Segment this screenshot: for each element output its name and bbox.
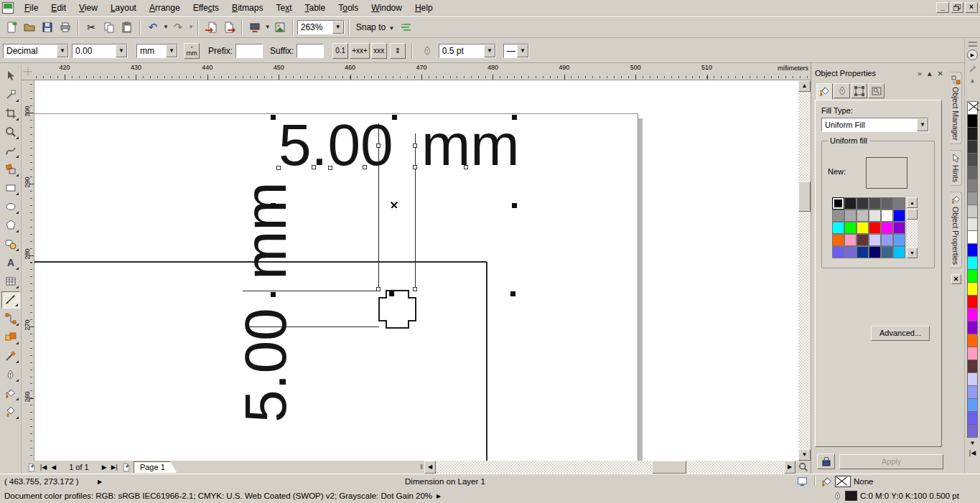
outline-width-dropdown-icon[interactable]: ▼ (484, 44, 495, 57)
ruler-origin-icon[interactable] (22, 63, 34, 80)
grid-scroll-thumb[interactable] (907, 209, 918, 220)
suffix-input[interactable] (297, 44, 324, 58)
line-style-combo[interactable]: —▼ (503, 44, 529, 58)
palette-color-swatch[interactable] (967, 166, 978, 179)
dimension-precision-combo[interactable]: 0.00▼ (72, 44, 128, 58)
eyedropper-tool[interactable] (1, 347, 20, 365)
palette-color-swatch[interactable] (967, 385, 978, 399)
palette-color-swatch[interactable] (967, 282, 978, 296)
docker-close-icon[interactable]: ✕ (938, 70, 943, 77)
copy-button[interactable] (101, 19, 118, 36)
docker-color-swatch[interactable] (881, 222, 893, 234)
palette-color-swatch[interactable] (967, 424, 978, 438)
profiles-flyout-icon[interactable]: ▶ (437, 493, 441, 499)
ellipse-tool[interactable] (1, 198, 20, 215)
docker-collapse-icon[interactable]: ▲ (926, 70, 933, 77)
palette-scroll-up-icon[interactable]: ▲ (970, 75, 976, 86)
palette-color-swatch[interactable] (967, 269, 978, 283)
minimize-button[interactable]: _ (936, 2, 949, 13)
undo-dropdown-icon[interactable]: ▼ (163, 24, 169, 30)
docker-color-swatch[interactable] (893, 210, 905, 222)
docker-color-swatch[interactable] (857, 210, 869, 222)
docker-color-swatch[interactable] (832, 222, 844, 234)
menu-file[interactable]: File (18, 1, 45, 15)
docker-color-swatch[interactable] (844, 246, 857, 258)
scroll-up-icon[interactable]: ▲ (798, 80, 811, 92)
docker-color-swatch[interactable] (844, 222, 857, 234)
dimension-units-combo[interactable]: mm▼ (136, 44, 178, 58)
dimension-text-vertical-value[interactable]: 5.00 (233, 308, 298, 423)
units-dropdown-icon[interactable]: ▼ (166, 44, 177, 57)
menu-tools[interactable]: Tools (332, 1, 365, 15)
palette-color-swatch[interactable] (967, 334, 978, 347)
previous-page-icon[interactable]: ◀ (50, 461, 57, 473)
docker-color-swatch[interactable] (857, 222, 869, 234)
menu-window[interactable]: Window (365, 1, 409, 15)
outline-pen-tool[interactable] (1, 366, 20, 383)
prefix-input[interactable] (235, 44, 263, 58)
restore-button[interactable] (951, 2, 963, 13)
rectangle-tool[interactable] (1, 179, 20, 197)
palette-color-swatch[interactable] (967, 217, 978, 231)
selection-center-mark[interactable] (391, 202, 397, 208)
pick-tool[interactable] (1, 67, 20, 85)
navigator-magnifier-icon[interactable] (795, 461, 811, 474)
palette-color-swatch[interactable] (967, 127, 978, 141)
palette-color-swatch[interactable] (967, 308, 978, 321)
horizontal-scroll-thumb[interactable] (652, 461, 686, 474)
text-tool[interactable]: A (1, 254, 20, 271)
cut-icon[interactable]: ✂ (83, 19, 100, 36)
coords-flyout-icon[interactable]: ▶ (98, 479, 102, 485)
menu-arrange[interactable]: Arrange (143, 1, 187, 15)
menu-view[interactable]: View (73, 1, 104, 15)
dimension-tool[interactable] (1, 291, 20, 309)
docker-color-swatch[interactable] (869, 197, 881, 210)
tab-object-properties[interactable]: Object Properties (951, 192, 962, 268)
docker-color-swatch[interactable] (881, 210, 893, 222)
dimension-toggle-button-0[interactable]: 0.1 (332, 43, 348, 59)
connector-tool[interactable] (1, 310, 20, 327)
table-tool[interactable] (1, 273, 20, 290)
next-page-icon[interactable]: ▶ (101, 461, 108, 473)
palette-color-swatch[interactable] (967, 398, 978, 412)
zoom-tool[interactable] (1, 123, 20, 141)
docker-strip-close-icon[interactable]: ✕ (951, 274, 961, 284)
tab-general[interactable] (851, 83, 867, 98)
dimension-text-horizontal-value[interactable]: 5.00 (279, 112, 393, 177)
palette-color-swatch[interactable] (967, 372, 978, 386)
print-button[interactable] (57, 19, 74, 36)
dimension-toggle-button-1[interactable]: +xx+ (350, 43, 370, 59)
docker-color-swatch[interactable] (869, 246, 881, 258)
scrollbar-splitter-handle[interactable]: ‖ (419, 461, 424, 474)
docker-color-swatch[interactable] (893, 234, 905, 246)
docker-color-swatch[interactable] (893, 246, 905, 258)
grid-scroll-up-icon[interactable]: ▲ (907, 197, 918, 208)
zoom-level-combo[interactable]: 263%▼ (297, 20, 345, 34)
palette-color-swatch[interactable] (967, 140, 978, 154)
outline-width-combo[interactable]: 0.5 pt▼ (439, 44, 496, 58)
vertical-ruler[interactable]: 300290280270260 millimeters (22, 80, 34, 461)
add-page-end-icon[interactable] (121, 463, 132, 472)
menu-bitmaps[interactable]: Bitmaps (225, 1, 269, 15)
palette-color-swatch[interactable] (967, 411, 978, 425)
palette-color-swatch[interactable] (967, 230, 978, 244)
palette-color-swatch[interactable] (967, 256, 978, 270)
docker-color-swatch[interactable] (844, 210, 857, 222)
horizontal-ruler[interactable]: 420430440450460470480490500510 millimete… (34, 63, 811, 80)
palette-color-swatch[interactable] (967, 243, 978, 257)
menu-help[interactable]: Help (409, 1, 439, 15)
palette-scroll-down-icon[interactable]: ▼ (970, 440, 976, 446)
docker-color-swatch[interactable] (881, 197, 893, 210)
welcome-screen-icon[interactable] (271, 19, 289, 36)
grid-scroll-down-icon[interactable]: ▼ (907, 248, 918, 258)
docker-color-swatch[interactable] (832, 246, 844, 258)
scroll-down-icon[interactable]: ▼ (798, 449, 811, 461)
text-orientation-button[interactable]: ⇕ (390, 43, 406, 59)
freehand-tool[interactable] (1, 142, 20, 159)
style-dropdown-icon[interactable]: ▼ (57, 44, 68, 57)
docker-color-swatch[interactable] (881, 246, 893, 258)
palette-color-swatch[interactable] (967, 192, 978, 205)
snap-to-button[interactable]: Snap to ▼ (353, 22, 398, 32)
docker-color-swatch[interactable] (869, 234, 881, 246)
docker-color-swatch[interactable] (869, 210, 881, 222)
